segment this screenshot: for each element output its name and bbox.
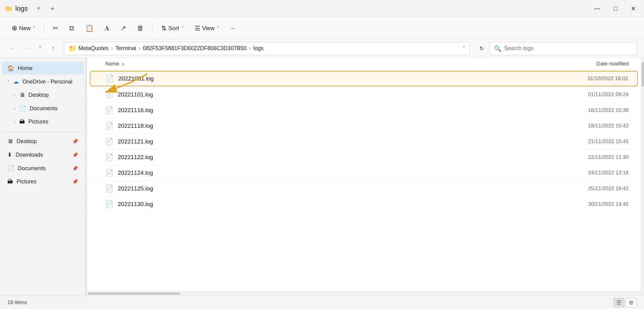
back-button[interactable]: ← <box>7 43 18 54</box>
share-button[interactable]: ↗ <box>116 22 130 35</box>
refresh-icon: ↻ <box>479 45 484 52</box>
rename-button[interactable]: 𝐀 <box>100 22 114 35</box>
sidebar-item-pictures[interactable]: › 🏔 Pictures <box>2 115 84 128</box>
file-date-8: 30/11/2022 14:45 <box>549 201 629 207</box>
minimize-button[interactable]: — <box>591 4 603 13</box>
table-row[interactable]: 📄 20221130.log 30/11/2022 14:45 <box>87 197 641 212</box>
sidebar-pinned-desktop[interactable]: 🖥 Desktop 📌 <box>2 135 84 148</box>
sidebar-pinned-pictures-label: Pictures <box>17 178 36 185</box>
onedrive-icon: ☁ <box>13 78 19 85</box>
expand-icon: ˅ <box>7 79 10 84</box>
recent-button[interactable]: ˅ <box>34 43 45 54</box>
sidebar-item-documents[interactable]: › 📄 Documents <box>2 102 84 115</box>
forward-button[interactable]: → <box>21 43 32 54</box>
pinned-desktop-icon: 🖥 <box>7 138 13 145</box>
sidebar-pinned-documents-label: Documents <box>18 165 46 172</box>
address-bar[interactable]: 📁 MetaQuotes › Terminal › 082F53F5881F3D… <box>64 42 470 55</box>
file-list: Name ∧ Date modified 📄 20221031.log 31/1… <box>87 58 641 295</box>
sidebar-pinned-downloads-label: Downloads <box>16 152 43 158</box>
more-icon: ··· <box>230 25 235 32</box>
file-date-2: 16/11/2022 15:38 <box>549 107 629 113</box>
file-icon-0: 📄 <box>106 75 114 83</box>
table-row[interactable]: 📄 20221124.log 24/11/2022 12:16 <box>87 165 641 181</box>
close-button[interactable]: ✕ <box>628 4 639 14</box>
sidebar-item-onedrive[interactable]: ˅ ☁ OneDrive - Personal <box>2 75 84 88</box>
tab-add-button[interactable]: + <box>51 5 55 13</box>
sidebar-pinned-documents[interactable]: 📄 Documents 📌 <box>2 162 84 175</box>
file-list-header: Name ∧ Date modified <box>87 58 641 70</box>
col-date-label: Date modified <box>596 61 629 67</box>
delete-button[interactable]: 🗑 <box>133 22 148 35</box>
horizontal-scrollbar[interactable] <box>87 291 641 295</box>
refresh-button[interactable]: ↻ <box>476 43 487 54</box>
up-button[interactable]: ↑ <box>48 43 59 54</box>
sort-icon: ⇅ <box>161 25 167 32</box>
file-icon-6: 📄 <box>105 169 113 177</box>
file-name-0: 20221031.log <box>118 75 548 82</box>
file-icon-7: 📄 <box>105 185 113 193</box>
table-row[interactable]: 📄 20221125.log 25/11/2022 16:42 <box>87 181 641 197</box>
paste-button[interactable]: 📋 <box>81 22 98 35</box>
table-row[interactable]: 📄 20221118.log 18/11/2022 15:42 <box>87 118 641 134</box>
forward-icon: → <box>24 45 29 52</box>
chevron-right-icon-3: › <box>14 119 16 124</box>
table-row[interactable]: 📄 20221122.log 22/11/2022 11:30 <box>87 150 641 165</box>
maximize-button[interactable]: □ <box>611 4 620 13</box>
toolbar-separator-2 <box>152 22 153 34</box>
file-name-1: 20221101.log <box>118 91 549 98</box>
sidebar-item-home[interactable]: 🏠 Home <box>2 62 84 75</box>
search-icon: 🔍 <box>494 45 502 52</box>
vscroll-thumb[interactable] <box>642 62 644 87</box>
more-button[interactable]: ··· <box>226 22 240 34</box>
sidebar-item-desktop[interactable]: › 🖥 Desktop <box>2 89 84 101</box>
file-date-4: 21/11/2022 15:45 <box>549 139 629 145</box>
table-row[interactable]: 📄 20221116.log 16/11/2022 15:38 <box>87 103 641 118</box>
hscroll-thumb[interactable] <box>88 293 180 295</box>
vertical-scrollbar[interactable] <box>641 58 644 295</box>
column-date[interactable]: Date modified <box>549 61 629 67</box>
cut-button[interactable]: ✂ <box>48 22 63 35</box>
table-row[interactable]: 📄 20221101.log 01/11/2022 09:24 <box>87 87 641 103</box>
view-button[interactable]: ☰ View ˅ <box>190 22 224 34</box>
search-box[interactable]: 🔍 <box>489 42 637 55</box>
new-button[interactable]: ⊕ New ˅ <box>7 22 40 35</box>
breadcrumb-current: logs <box>253 45 263 52</box>
file-icon-8: 📄 <box>105 200 113 208</box>
new-label: New <box>19 25 31 32</box>
title-bar-controls: — □ ✕ <box>591 4 639 14</box>
breadcrumb-terminal: Terminal <box>115 45 136 52</box>
pin-icon-pictures: 📌 <box>72 179 78 185</box>
file-date-0: 31/10/2022 16:02 <box>548 76 628 82</box>
tab-close-button[interactable]: × <box>35 5 42 12</box>
pictures-icon: 🏔 <box>19 119 25 125</box>
sidebar-pinned-downloads[interactable]: ⬇ Downloads 📌 <box>2 148 84 161</box>
back-icon: ← <box>10 45 16 52</box>
view-tiles-button[interactable]: ⊞ <box>626 298 637 307</box>
view-details-button[interactable]: ☰ <box>613 298 624 307</box>
address-dropdown-icon[interactable]: ˅ <box>463 45 465 51</box>
file-icon-3: 📄 <box>105 122 113 130</box>
title-bar-left: logs × + <box>5 5 591 13</box>
rename-icon: 𝐀 <box>105 24 109 32</box>
share-icon: ↗ <box>121 24 126 32</box>
copy-button[interactable]: ⧉ <box>65 22 79 35</box>
navigation-bar: ← → ˅ ↑ 📁 MetaQuotes › Terminal › 082F53… <box>0 39 644 58</box>
address-folder-icon: 📁 <box>68 45 77 53</box>
pinned-downloads-icon: ⬇ <box>7 151 12 158</box>
file-date-7: 25/11/2022 16:42 <box>549 186 629 192</box>
file-name-3: 20221118.log <box>118 123 549 129</box>
sort-label: Sort <box>168 25 179 32</box>
sidebar-pinned-pictures[interactable]: 🏔 Pictures 📌 <box>2 175 84 188</box>
sidebar: 🏠 Home ˅ ☁ OneDrive - Personal › 🖥 Deskt… <box>0 58 86 295</box>
table-row[interactable]: 📄 20221121.log 21/11/2022 15:45 <box>87 134 641 150</box>
table-row[interactable]: 📄 20221031.log 31/10/2022 16:02 <box>90 71 638 86</box>
status-count: 19 items <box>7 299 613 306</box>
file-date-6: 24/11/2022 12:16 <box>549 170 629 176</box>
documents-icon: 📄 <box>19 105 26 112</box>
sort-button[interactable]: ⇅ Sort ˅ <box>157 22 188 34</box>
file-date-5: 22/11/2022 11:30 <box>549 154 629 160</box>
main-content: 🏠 Home ˅ ☁ OneDrive - Personal › 🖥 Deskt… <box>0 58 644 295</box>
search-input[interactable] <box>504 45 632 52</box>
pin-icon-desktop: 📌 <box>72 139 78 144</box>
column-name[interactable]: Name ∧ <box>105 61 549 67</box>
